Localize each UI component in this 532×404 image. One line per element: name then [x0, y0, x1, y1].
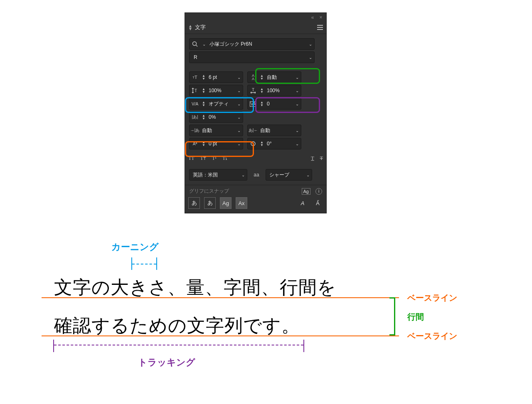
kerning-bracket [131, 257, 157, 270]
kerning-field[interactable]: V/A ▲▼ オプティ ⌄ [189, 98, 243, 110]
character-panel: « × ▲▼ 文字 ⌄ 小塚ゴシック Pr6N ⌄ [185, 12, 327, 213]
baseline-shift-value: 0 pt [207, 141, 235, 147]
tsume-field[interactable]: |あ| ▲▼ 0% ⌄ [189, 111, 243, 123]
svg-text:T: T [252, 88, 254, 92]
stepper-icon[interactable]: ▲▼ [200, 141, 207, 147]
baseline-1 [42, 297, 399, 298]
chevron-down-icon: ⌄ [235, 75, 243, 80]
tsume-value: 0% [207, 114, 235, 120]
strikethrough-button[interactable]: T [320, 155, 323, 162]
chevron-down-icon: ⌄ [235, 128, 243, 133]
underline-button[interactable]: T [311, 155, 314, 162]
panel-title: 文字 [195, 24, 206, 31]
baseline-label-1: ベースライン [407, 292, 457, 304]
svg-text:T: T [195, 88, 197, 93]
stepper-icon[interactable]: ▲▼ [200, 74, 207, 80]
panel-menu-icon[interactable] [317, 25, 323, 30]
snap-glyph-option-5[interactable]: A [297, 198, 308, 208]
vertical-scale-icon: T [190, 87, 200, 94]
chevron-down-icon: ⌄ [307, 55, 314, 60]
leading-bracket [394, 297, 395, 335]
expand-toggle-icon[interactable]: ▲▼ [188, 24, 192, 30]
snap-glyph-option-3[interactable]: Ag [220, 197, 232, 209]
font-size-value: 6 pt [207, 74, 235, 80]
search-icon [190, 41, 200, 47]
horizontal-scale-icon: T [248, 87, 259, 94]
tracking-value: 0 [265, 101, 293, 107]
font-style-value: R [190, 54, 307, 60]
stepper-icon[interactable]: ▲▼ [200, 114, 207, 120]
close-icon[interactable]: × [318, 15, 324, 20]
chevron-down-icon: ⌄ [200, 42, 208, 47]
char-rotation-field[interactable]: T ▲▼ 0° ⌄ [247, 138, 301, 149]
smallcaps-button[interactable]: Tᴛ [200, 155, 206, 162]
kerning-value: オプティ [207, 100, 235, 108]
svg-line-1 [196, 45, 197, 47]
aki-right-field[interactable]: あ|← 自動 ⌄ [247, 125, 301, 136]
snap-glyph-buttons: あ あ Ag Ax A A̋ [185, 197, 326, 213]
snap-glyph-option-1[interactable]: あ [188, 197, 200, 209]
horizontal-scale-field[interactable]: T ▲▼ 100% ⌄ [247, 85, 301, 96]
aki-right-icon: あ|← [248, 127, 259, 133]
tracking-field[interactable]: VA ▲▼ 0 ⌄ [247, 98, 301, 110]
panel-tabbar: ▲▼ 文字 [185, 22, 326, 34]
font-size-field[interactable]: TT ▲▼ 6 pt ⌄ [189, 71, 243, 83]
subscript-button[interactable]: T₁ [222, 155, 227, 162]
info-icon[interactable]: i [315, 188, 322, 195]
stepper-icon[interactable]: ▲▼ [259, 101, 265, 107]
antialias-field[interactable]: シャープ ⌄ [266, 169, 312, 181]
chevron-down-icon: ⌄ [307, 42, 314, 47]
aki-left-field[interactable]: →|あ 自動 ⌄ [189, 125, 243, 136]
snap-glyph-option-2[interactable]: あ [204, 197, 216, 209]
antialias-value: シャープ [266, 171, 304, 179]
baseline-label-2: ベースライン [407, 331, 457, 342]
language-field[interactable]: 英語：米国 ⌄ [189, 169, 247, 181]
snap-glyph-option-6[interactable]: A̋ [312, 198, 323, 208]
vertical-scale-value: 100% [207, 88, 235, 93]
font-family-value: 小塚ゴシック Pr6N [208, 41, 307, 48]
snap-glyph-option-4[interactable]: Ax [236, 197, 247, 209]
font-family-field[interactable]: ⌄ 小塚ゴシック Pr6N ⌄ [189, 38, 315, 50]
stepper-icon[interactable]: ▲▼ [259, 88, 265, 93]
chevron-down-icon: ⌄ [235, 115, 243, 120]
chevron-down-icon: ⌄ [235, 102, 243, 106]
superscript-button[interactable]: T¹ [212, 155, 217, 162]
collapse-icon[interactable]: « [310, 15, 315, 20]
font-style-field[interactable]: R ⌄ [189, 51, 315, 63]
chevron-down-icon: ⌄ [293, 75, 301, 80]
antialias-icon: aa [251, 172, 261, 178]
leading-value: 自動 [265, 74, 293, 81]
language-value: 英語：米国 [190, 171, 239, 179]
tracking-icon: VA [248, 101, 259, 107]
stepper-icon[interactable]: ▲▼ [200, 101, 207, 107]
chevron-down-icon: ⌄ [293, 142, 301, 146]
stepper-icon[interactable]: ▲▼ [259, 141, 265, 147]
baseline-shift-icon: Aª [190, 142, 200, 146]
chevron-down-icon: ⌄ [293, 102, 301, 106]
stepper-icon[interactable]: ▲▼ [259, 74, 265, 80]
horizontal-scale-value: 100% [265, 88, 293, 93]
snap-glyph-preview-icon[interactable]: Ag [302, 188, 310, 195]
tracking-bracket [53, 340, 304, 352]
sample-line-2: 確認するための文字列です。 [54, 316, 300, 335]
stepper-icon[interactable]: ▲▼ [200, 88, 207, 93]
leading-field[interactable]: AA ▲▼ 自動 ⌄ [247, 71, 301, 83]
rotation-icon: T [248, 140, 259, 147]
snap-to-glyph-label: グリフにスナップ [189, 188, 229, 195]
allcaps-button[interactable]: TT [188, 155, 195, 162]
chevron-down-icon: ⌄ [235, 142, 243, 146]
tsume-icon: |あ| [190, 114, 200, 120]
baseline-2 [42, 335, 399, 336]
svg-text:T: T [252, 142, 254, 146]
aki-left-value: 自動 [200, 127, 235, 134]
vertical-scale-field[interactable]: T ▲▼ 100% ⌄ [189, 85, 243, 96]
panel-window-controls: « × [185, 13, 326, 22]
type-style-toggles: TT Tᴛ T¹ T₁ T T [185, 154, 326, 165]
chevron-down-icon: ⌄ [293, 128, 301, 133]
chevron-down-icon: ⌄ [235, 88, 243, 93]
chevron-down-icon: ⌄ [304, 173, 312, 177]
leading-icon: AA [248, 74, 259, 81]
char-rotation-value: 0° [265, 141, 293, 147]
aki-left-icon: →|あ [190, 127, 200, 133]
baseline-shift-field[interactable]: Aª ▲▼ 0 pt ⌄ [189, 138, 243, 149]
